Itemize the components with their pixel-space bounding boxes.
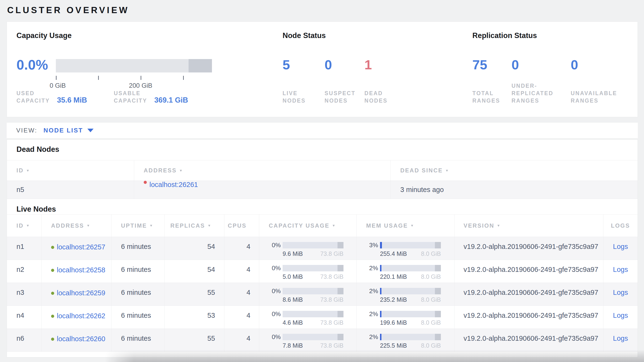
live-col-logs: LOGS bbox=[603, 215, 638, 237]
mem-used: 225.5 MiB bbox=[380, 342, 407, 349]
capacity-bar bbox=[282, 311, 344, 317]
logs-link[interactable]: Logs bbox=[613, 289, 628, 296]
table-row: n6 localhost:26260 6 minutes 55 4 0% 7.8… bbox=[7, 329, 638, 352]
suspect-nodes-label: SUSPECT NODES bbox=[325, 90, 364, 104]
mem-bar-reserved bbox=[435, 334, 441, 340]
cpus-value: 4 bbox=[224, 260, 259, 283]
sort-desc-icon: ▼ bbox=[208, 224, 212, 227]
node-id: n4 bbox=[7, 306, 41, 328]
capacity-gauge: 0 GiB 200 GiB bbox=[56, 59, 212, 74]
capacity-used: 7.8 MiB bbox=[282, 342, 303, 349]
capacity-used: 8.6 MiB bbox=[282, 296, 303, 303]
mem-bar-fill bbox=[380, 334, 382, 340]
live-col-replicas[interactable]: REPLICAS▼ bbox=[164, 215, 224, 237]
capacity-bar bbox=[282, 265, 344, 271]
uptime-value: 6 minutes bbox=[111, 283, 164, 306]
gauge-tick bbox=[98, 76, 99, 80]
mem-bar-reserved bbox=[435, 311, 441, 317]
node-address-link[interactable]: localhost:26260 bbox=[57, 335, 105, 343]
cpus-value: 4 bbox=[224, 237, 259, 260]
logs-link[interactable]: Logs bbox=[613, 334, 628, 342]
live-col-capacity-usage[interactable]: CAPACITY USAGE▼ bbox=[259, 215, 356, 237]
table-row: n5 localhost:26261 3 minutes ago bbox=[7, 181, 638, 199]
version-value: v19.2.0-alpha.20190606-2491-gfe735c9a97 bbox=[454, 237, 603, 260]
sort-desc-icon: ▼ bbox=[26, 224, 30, 227]
mem-used: 220.1 MiB bbox=[380, 273, 407, 280]
capacity-usage-cell: 0% 4.6 MiB73.8 GiB bbox=[259, 306, 356, 328]
capacity-total: 73.8 GiB bbox=[320, 250, 344, 257]
node-address-link[interactable]: localhost:26257 bbox=[57, 243, 105, 251]
mem-usage-cell: 2% 220.1 MiB8.0 GiB bbox=[356, 260, 454, 283]
capacity-total: 73.8 GiB bbox=[320, 273, 344, 280]
sort-desc-icon: ▼ bbox=[179, 168, 183, 172]
node-address-link[interactable]: localhost:26262 bbox=[57, 312, 105, 320]
capacity-used-percent: 0.0% bbox=[16, 55, 56, 74]
logs-link[interactable]: Logs bbox=[613, 243, 628, 250]
sort-desc-icon: ▼ bbox=[86, 224, 91, 227]
mem-percent: 2% bbox=[366, 287, 378, 295]
mem-used: 199.6 MiB bbox=[380, 319, 407, 326]
replicas-value: 54 bbox=[164, 237, 224, 260]
capacity-percent: 0% bbox=[269, 287, 281, 295]
table-row: n2 localhost:26258 6 minutes 54 4 0% 5.0… bbox=[7, 260, 638, 283]
node-address-link[interactable]: localhost:26261 bbox=[150, 181, 198, 189]
unavailable-ranges-label: UNAVAILABLE RANGES bbox=[571, 90, 638, 104]
version-value: v19.2.0-alpha.20190606-2491-gfe735c9a97 bbox=[454, 260, 603, 283]
live-col-cpus[interactable]: CPUS bbox=[224, 215, 259, 237]
node-id: n6 bbox=[7, 329, 41, 351]
dead-col-dead-since[interactable]: DEAD SINCE▼ bbox=[390, 160, 638, 180]
sort-desc-icon: ▼ bbox=[445, 168, 450, 172]
capacity-used: 4.6 MiB bbox=[282, 319, 303, 326]
cpus-value: 4 bbox=[224, 283, 259, 306]
mem-bar bbox=[380, 265, 441, 271]
dead-nodes-label: DEAD NODES bbox=[364, 90, 412, 104]
node-id: n3 bbox=[7, 283, 41, 306]
mem-bar-fill bbox=[380, 242, 382, 248]
replication-status-heading: Replication Status bbox=[472, 31, 638, 40]
mem-percent: 2% bbox=[366, 310, 378, 318]
mem-percent: 3% bbox=[366, 242, 378, 249]
capacity-bar bbox=[282, 334, 344, 340]
capacity-bar bbox=[282, 288, 344, 294]
node-status-section: Node Status 5 0 1 LIVE NODES SUSPECT NOD… bbox=[273, 22, 463, 117]
capacity-percent: 0% bbox=[269, 333, 281, 341]
logs-cell: Logs bbox=[603, 283, 638, 306]
used-capacity-value: 35.6 MiB bbox=[57, 96, 87, 104]
capacity-bar-reserved bbox=[338, 311, 344, 317]
live-col-version[interactable]: VERSION▼ bbox=[454, 215, 603, 237]
live-col-mem-usage[interactable]: MEM USAGE▼ bbox=[356, 215, 454, 237]
dead-nodes-heading: Dead Nodes bbox=[7, 140, 638, 154]
capacity-bar-reserved bbox=[338, 242, 344, 248]
node-list-card: Dead Nodes ID▼ ADDRESS▼ DEAD SINCE▼ n5 l… bbox=[7, 139, 638, 357]
sort-desc-icon: ▼ bbox=[150, 224, 154, 227]
node-address-link[interactable]: localhost:26258 bbox=[57, 266, 105, 274]
node-address-link[interactable]: localhost:26259 bbox=[57, 289, 105, 297]
capacity-usage-cell: 0% 9.6 MiB73.8 GiB bbox=[259, 237, 356, 260]
dead-col-id[interactable]: ID▼ bbox=[7, 160, 134, 180]
view-dropdown[interactable]: NODE LIST bbox=[44, 127, 94, 134]
sort-desc-icon: ▼ bbox=[26, 168, 30, 172]
capacity-used: 9.6 MiB bbox=[282, 250, 303, 257]
chevron-down-icon bbox=[87, 129, 94, 132]
dead-nodes-table-header: ID▼ ADDRESS▼ DEAD SINCE▼ bbox=[7, 160, 638, 181]
live-col-id[interactable]: ID▼ bbox=[7, 215, 41, 237]
usable-capacity-stat: USABLE CAPACITY 369.1 GiB bbox=[114, 90, 188, 104]
total-ranges-label: TOTAL RANGES bbox=[472, 90, 512, 104]
logs-link[interactable]: Logs bbox=[613, 266, 628, 273]
usable-capacity-value: 369.1 GiB bbox=[154, 96, 188, 104]
node-address-cell: localhost:26258 bbox=[41, 260, 111, 283]
gauge-tick bbox=[56, 76, 56, 80]
live-nodes-label: LIVE NODES bbox=[282, 90, 325, 104]
capacity-percent: 0% bbox=[269, 310, 281, 318]
live-status-dot bbox=[51, 269, 54, 272]
live-col-uptime[interactable]: UPTIME▼ bbox=[111, 215, 164, 237]
dead-col-address[interactable]: ADDRESS▼ bbox=[134, 160, 390, 180]
node-id: n2 bbox=[7, 260, 41, 283]
dead-since-value: 3 minutes ago bbox=[390, 181, 638, 199]
node-address-cell: localhost:26260 bbox=[41, 329, 111, 351]
version-value: v19.2.0-alpha.20190606-2491-gfe735c9a97 bbox=[454, 306, 603, 328]
uptime-value: 6 minutes bbox=[111, 306, 164, 328]
live-col-address[interactable]: ADDRESS▼ bbox=[41, 215, 111, 237]
mem-total: 8.0 GiB bbox=[421, 342, 441, 349]
logs-link[interactable]: Logs bbox=[613, 311, 628, 319]
